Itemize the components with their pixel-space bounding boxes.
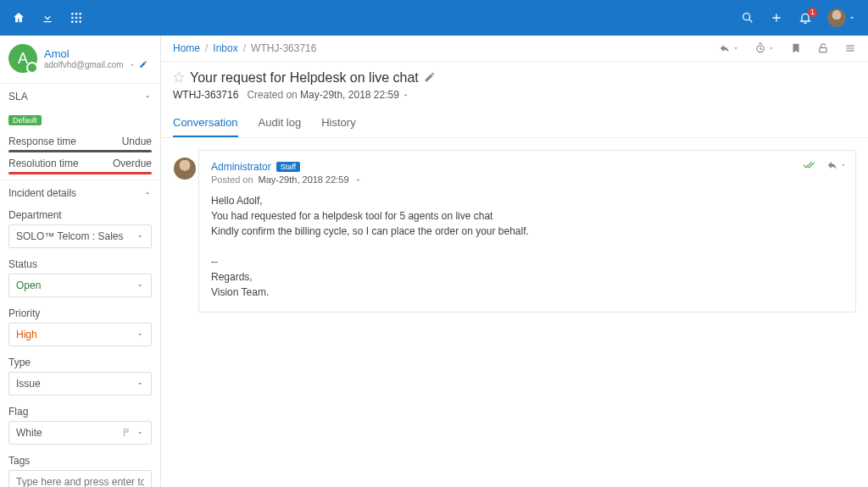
breadcrumb: Home / Inbox / WTHJ-363716 xyxy=(173,42,316,54)
svg-point-3 xyxy=(71,17,74,19)
chevron-down-icon xyxy=(136,429,144,437)
search-icon[interactable] xyxy=(741,11,754,25)
tab-audit-log[interactable]: Audit log xyxy=(259,109,302,137)
chevron-down-icon xyxy=(136,379,144,388)
post-body: Hello Adolf, You had requested for a hel… xyxy=(211,193,843,300)
download-icon[interactable] xyxy=(41,11,54,25)
chevron-down-icon xyxy=(402,91,409,99)
chevron-up-icon xyxy=(143,92,152,101)
flag-select[interactable]: White xyxy=(8,421,152,445)
tags-label: Tags xyxy=(8,455,152,467)
svg-point-6 xyxy=(71,20,74,23)
flag-icon xyxy=(122,428,132,438)
type-label: Type xyxy=(8,357,152,368)
sla-default-pill: Default xyxy=(8,115,42,125)
apps-icon[interactable] xyxy=(70,11,83,25)
priority-label: Priority xyxy=(8,307,152,319)
post-author: Administrator xyxy=(211,161,271,173)
home-icon[interactable] xyxy=(12,11,25,25)
ticket-id: WTHJ-363716 xyxy=(173,89,238,101)
svg-point-9 xyxy=(743,14,750,20)
edit-title-icon[interactable] xyxy=(424,71,436,86)
bookmark-icon[interactable] xyxy=(790,42,802,54)
timer-icon[interactable] xyxy=(754,42,775,54)
add-icon[interactable] xyxy=(770,11,783,25)
sla-response: Response timeUndue xyxy=(8,136,152,147)
incident-header[interactable]: Incident details xyxy=(0,180,160,206)
notifications-icon[interactable]: 1 xyxy=(798,11,812,25)
reply-icon[interactable] xyxy=(719,42,739,54)
tags-input[interactable] xyxy=(8,470,152,487)
post: Administrator Staff Posted on May-29th, … xyxy=(198,150,856,313)
priority-select[interactable]: High xyxy=(8,323,152,346)
department-select[interactable]: SOLO™ Telcom : Sales xyxy=(8,224,152,248)
mark-read-icon[interactable] xyxy=(803,159,815,171)
chevron-down-icon xyxy=(354,176,362,184)
chevron-down-icon xyxy=(136,232,144,241)
ticket-title: Your request for Helpdesk on live chat xyxy=(190,70,419,86)
tab-conversation[interactable]: Conversation xyxy=(173,109,238,137)
svg-point-4 xyxy=(75,17,78,19)
menu-icon[interactable] xyxy=(844,42,856,54)
status-select[interactable]: Open xyxy=(8,274,152,297)
svg-point-5 xyxy=(79,17,81,19)
star-icon[interactable] xyxy=(173,71,185,86)
breadcrumb-current: WTHJ-363716 xyxy=(251,42,316,54)
sla-response-bar xyxy=(8,150,152,152)
breadcrumb-inbox[interactable]: Inbox xyxy=(213,42,237,54)
avatar xyxy=(827,8,846,27)
svg-point-8 xyxy=(79,20,81,23)
sla-resolution-bar xyxy=(8,172,152,174)
posted-at: May-29th, 2018 22:59 xyxy=(259,174,349,185)
topbar: 1 xyxy=(0,0,868,36)
type-select[interactable]: Issue xyxy=(8,372,152,396)
user-block: A Amol adolfvhd@gmail.com xyxy=(0,36,160,83)
posted-label: Posted on xyxy=(211,174,253,185)
notification-badge: 1 xyxy=(808,8,817,17)
user-avatar: A xyxy=(8,44,37,73)
breadcrumb-home[interactable]: Home xyxy=(173,42,200,54)
created-label: Created on xyxy=(247,89,297,101)
staff-badge: Staff xyxy=(276,162,300,172)
sidebar: A Amol adolfvhd@gmail.com SLA Default Re… xyxy=(0,36,161,487)
post-avatar xyxy=(174,158,196,180)
svg-rect-11 xyxy=(820,47,826,52)
chevron-down-icon xyxy=(136,281,144,290)
svg-point-1 xyxy=(75,13,78,15)
sla-resolution: Resolution timeOverdue xyxy=(8,158,152,169)
status-label: Status xyxy=(8,258,152,270)
department-label: Department xyxy=(8,209,152,221)
user-email: adolfvhd@gmail.com xyxy=(44,60,152,70)
post-reply-icon[interactable] xyxy=(826,159,847,171)
chevron-down-icon xyxy=(136,330,144,339)
flag-label: Flag xyxy=(8,406,152,418)
svg-point-2 xyxy=(79,13,81,15)
sla-header[interactable]: SLA xyxy=(0,83,160,109)
edit-user-icon[interactable] xyxy=(139,60,147,70)
user-name: Amol xyxy=(44,47,152,60)
svg-point-0 xyxy=(71,13,74,15)
user-menu[interactable] xyxy=(827,8,856,27)
tab-history[interactable]: History xyxy=(321,109,355,137)
chevron-up-icon xyxy=(143,189,152,197)
svg-point-7 xyxy=(75,20,78,23)
lock-open-icon[interactable] xyxy=(817,42,829,54)
created-at: May-29th, 2018 22:59 xyxy=(300,89,399,101)
